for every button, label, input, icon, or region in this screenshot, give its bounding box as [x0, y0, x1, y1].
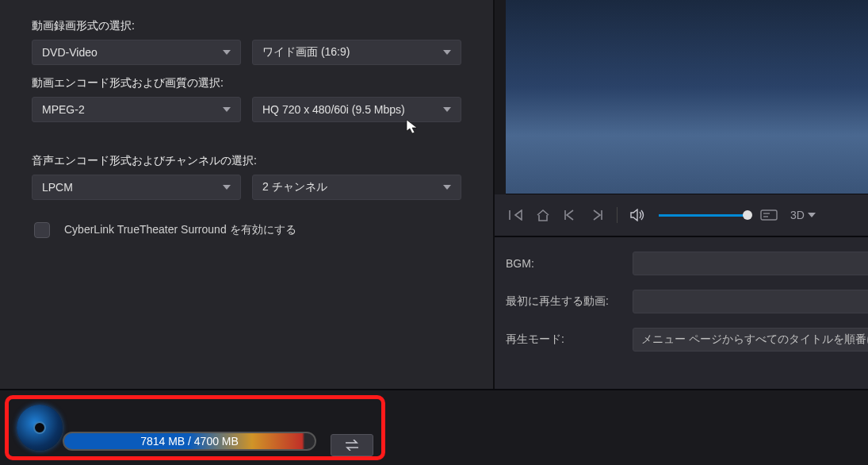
- preview-area: [506, 0, 868, 194]
- chevron-down-icon: [223, 185, 231, 190]
- meta-panel: BGM: 最初に再生する動画: 再生モード: メニュー ページからすべてのタイト…: [495, 236, 868, 389]
- audio-codec-value: LPCM: [42, 181, 73, 194]
- video-codec-value: MPEG-2: [42, 103, 85, 116]
- settings-panel: 動画録画形式の選択: DVD-Video ワイド画面 (16:9) 動画エンコー…: [0, 0, 495, 389]
- play-mode-field[interactable]: メニュー ページからすべてのタイトルを順番に再生す: [633, 328, 868, 352]
- right-panel: 3D BGM: 最初に再生する動画: 再生モード: メニュー ページからすべての…: [495, 0, 868, 389]
- prev-chapter-icon[interactable]: [506, 205, 526, 225]
- chevron-down-icon: [223, 107, 231, 112]
- bottom-bar: 7814 MB / 4700 MB: [0, 389, 868, 465]
- chevron-down-icon: [223, 50, 231, 55]
- aspect-value: ワイド画面 (16:9): [262, 45, 350, 60]
- rec-format-label: 動画録画形式の選択:: [32, 19, 461, 33]
- 3d-toggle[interactable]: 3D: [790, 209, 816, 221]
- rec-format-dropdown[interactable]: DVD-Video: [32, 40, 241, 65]
- capacity-text: 7814 MB / 4700 MB: [140, 435, 239, 448]
- chevron-down-icon: [808, 213, 816, 217]
- first-play-label: 最初に再生する動画:: [506, 294, 633, 309]
- play-mode-label: 再生モード:: [506, 332, 633, 347]
- truetheater-checkbox[interactable]: [34, 222, 50, 238]
- truetheater-label: CyberLink TrueTheater Surround を有効にする: [64, 223, 296, 237]
- volume-slider[interactable]: [659, 214, 748, 217]
- divider: [617, 207, 618, 223]
- first-play-field[interactable]: [633, 290, 868, 313]
- audio-label: 音声エンコード形式およびチャンネルの選択:: [32, 154, 461, 168]
- step-back-icon[interactable]: [560, 205, 580, 225]
- chevron-down-icon: [443, 185, 451, 190]
- svg-rect-0: [761, 210, 777, 220]
- audio-codec-dropdown[interactable]: LPCM: [32, 175, 241, 200]
- disc-icon[interactable]: [17, 405, 63, 451]
- chevron-down-icon: [443, 50, 451, 55]
- chevron-down-icon: [443, 107, 451, 112]
- playback-controls: 3D: [495, 194, 868, 236]
- bgm-field[interactable]: [633, 252, 868, 275]
- volume-icon[interactable]: [627, 205, 648, 225]
- rec-format-value: DVD-Video: [42, 46, 98, 59]
- capacity-highlight: 7814 MB / 4700 MB: [5, 395, 385, 460]
- home-icon[interactable]: [533, 205, 553, 225]
- swap-button[interactable]: [331, 434, 373, 456]
- channels-dropdown[interactable]: 2 チャンネル: [252, 175, 461, 200]
- step-forward-icon[interactable]: [587, 205, 607, 225]
- video-quality-dropdown[interactable]: HQ 720 x 480/60i (9.5 Mbps): [252, 97, 461, 122]
- video-codec-dropdown[interactable]: MPEG-2: [32, 97, 241, 122]
- bgm-label: BGM:: [506, 257, 633, 270]
- capacity-bar: 7814 MB / 4700 MB: [63, 432, 316, 451]
- swap-icon: [343, 440, 361, 451]
- aspect-dropdown[interactable]: ワイド画面 (16:9): [252, 40, 461, 65]
- display-icon[interactable]: [759, 205, 779, 225]
- video-quality-value: HQ 720 x 480/60i (9.5 Mbps): [262, 103, 405, 116]
- channels-value: 2 チャンネル: [262, 180, 327, 194]
- encode-label: 動画エンコード形式および画質の選択:: [32, 76, 461, 90]
